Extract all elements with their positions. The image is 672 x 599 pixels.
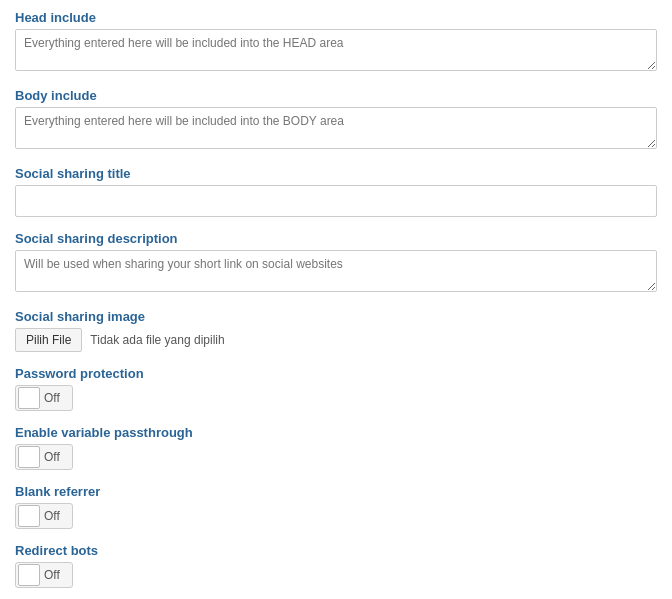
toggle-knob [18, 505, 40, 527]
body-include-label: Body include [15, 88, 657, 103]
social-title-label: Social sharing title [15, 166, 657, 181]
toggle-knob [18, 564, 40, 586]
redirect-bots-label: Redirect bots [15, 543, 657, 558]
variable-passthrough-toggle-row: Off [15, 444, 657, 470]
password-protection-label: Password protection [15, 366, 657, 381]
blank-referrer-group: Blank referrer Off [15, 484, 657, 529]
variable-passthrough-toggle-label: Off [42, 450, 60, 464]
social-description-group: Social sharing description [15, 231, 657, 295]
social-title-group: Social sharing title [15, 166, 657, 217]
head-include-group: Head include [15, 10, 657, 74]
file-no-selected-text: Tidak ada file yang dipilih [90, 333, 224, 347]
head-include-label: Head include [15, 10, 657, 25]
body-include-group: Body include [15, 88, 657, 152]
social-image-group: Social sharing image Pilih File Tidak ad… [15, 309, 657, 352]
redirect-bots-toggle-row: Off [15, 562, 657, 588]
toggle-knob [18, 446, 40, 468]
variable-passthrough-toggle[interactable]: Off [15, 444, 73, 470]
blank-referrer-toggle-label: Off [42, 509, 60, 523]
social-description-textarea[interactable] [15, 250, 657, 292]
body-include-textarea[interactable] [15, 107, 657, 149]
password-protection-group: Password protection Off [15, 366, 657, 411]
social-image-label: Social sharing image [15, 309, 657, 324]
head-include-textarea[interactable] [15, 29, 657, 71]
redirect-bots-group: Redirect bots Off [15, 543, 657, 588]
blank-referrer-label: Blank referrer [15, 484, 657, 499]
blank-referrer-toggle-row: Off [15, 503, 657, 529]
variable-passthrough-group: Enable variable passthrough Off [15, 425, 657, 470]
blank-referrer-toggle[interactable]: Off [15, 503, 73, 529]
social-description-label: Social sharing description [15, 231, 657, 246]
variable-passthrough-label: Enable variable passthrough [15, 425, 657, 440]
redirect-bots-toggle[interactable]: Off [15, 562, 73, 588]
redirect-bots-toggle-label: Off [42, 568, 60, 582]
password-protection-toggle[interactable]: Off [15, 385, 73, 411]
password-protection-toggle-row: Off [15, 385, 657, 411]
toggle-knob [18, 387, 40, 409]
social-title-input[interactable] [15, 185, 657, 217]
password-protection-toggle-label: Off [42, 391, 60, 405]
file-choose-button[interactable]: Pilih File [15, 328, 82, 352]
file-row: Pilih File Tidak ada file yang dipilih [15, 328, 657, 352]
